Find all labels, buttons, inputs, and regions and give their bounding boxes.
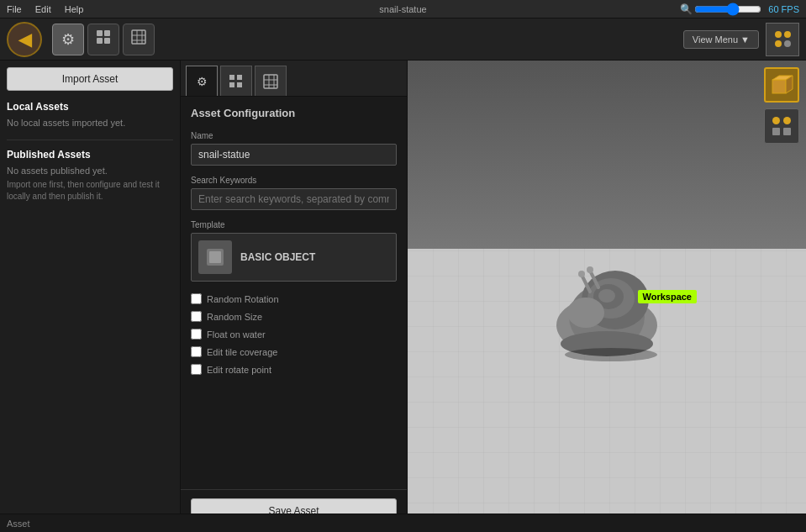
- workspace[interactable]: Workspace: [408, 61, 806, 532]
- config-tabs: ⚙: [181, 61, 407, 97]
- search-bar: 🔍: [680, 3, 761, 15]
- template-menu[interactable]: BASIC OBJECT: [191, 233, 397, 282]
- svg-rect-12: [237, 82, 242, 87]
- view-menu-button[interactable]: View Menu ▼: [683, 30, 759, 49]
- name-input[interactable]: [191, 144, 397, 166]
- config-panel: ⚙ Asset Configuratio: [181, 61, 408, 532]
- template-icon: [198, 240, 232, 274]
- import-asset-button[interactable]: Import Asset: [7, 67, 173, 91]
- checkbox-3[interactable]: [191, 346, 202, 357]
- svg-rect-2: [97, 38, 103, 44]
- svg-rect-13: [264, 75, 277, 88]
- workspace-bg: [408, 61, 806, 249]
- collider-tab[interactable]: [123, 24, 155, 55]
- view-cube[interactable]: [764, 67, 799, 103]
- checkbox-row-4: Edit rotate point: [191, 364, 397, 375]
- checkbox-label-1: Random Size: [207, 312, 262, 322]
- checkboxes-section: Random RotationRandom SizeFloat on water…: [191, 293, 397, 375]
- keywords-label: Search Keywords: [191, 176, 397, 185]
- help-menu[interactable]: Help: [65, 4, 84, 14]
- name-label: Name: [191, 131, 397, 140]
- published-assets-title: Published Assets: [7, 149, 173, 161]
- svg-point-31: [587, 266, 593, 273]
- back-icon: ◀: [18, 29, 31, 50]
- local-assets-title: Local Assets: [7, 101, 173, 113]
- collider-icon: [130, 29, 147, 50]
- svg-rect-19: [209, 251, 221, 263]
- file-menu[interactable]: File: [7, 4, 22, 14]
- template-section: Template BASIC OBJECT: [191, 220, 397, 282]
- fps-display: 60 FPS: [768, 4, 799, 14]
- config-tab-category[interactable]: [220, 66, 252, 96]
- config-panel-title: Asset Configuration: [191, 107, 397, 119]
- svg-rect-1: [104, 30, 110, 36]
- svg-rect-3: [104, 38, 110, 44]
- bottom-bar: Asset: [0, 514, 806, 532]
- toolbar: ◀ ⚙ View Menu ▼: [0, 18, 806, 61]
- svg-rect-11: [229, 82, 234, 87]
- svg-point-34: [565, 348, 657, 361]
- exit-button[interactable]: ◀: [7, 22, 42, 57]
- svg-point-32: [567, 298, 604, 328]
- svg-point-30: [578, 271, 585, 277]
- keywords-input[interactable]: [191, 188, 397, 210]
- checkbox-row-0: Random Rotation: [191, 293, 397, 304]
- template-name: BASIC OBJECT: [240, 251, 315, 263]
- asset-list-panel: Import Asset Local Assets No local asset…: [0, 61, 181, 532]
- config-icon: ⚙: [61, 30, 75, 49]
- search-slider[interactable]: [694, 5, 761, 13]
- 3d-object-snail: [540, 250, 674, 367]
- svg-rect-0: [97, 30, 103, 36]
- checkbox-1[interactable]: [191, 311, 202, 322]
- edit-menu[interactable]: Edit: [35, 4, 51, 14]
- checkbox-row-3: Edit tile coverage: [191, 346, 397, 357]
- config-tab-settings[interactable]: ⚙: [186, 66, 218, 96]
- svg-rect-35: [772, 80, 786, 93]
- section-divider: [7, 140, 173, 140]
- checkbox-label-3: Edit tile coverage: [207, 347, 277, 357]
- configuration-tab[interactable]: ⚙: [52, 24, 84, 55]
- published-assets-empty: No assets published yet.: [7, 166, 173, 176]
- main-layout: Import Asset Local Assets No local asset…: [0, 61, 806, 532]
- config-content: Asset Configuration Name Search Keywords…: [181, 97, 407, 489]
- checkbox-row-2: Float on water: [191, 329, 397, 340]
- checkbox-2[interactable]: [191, 329, 202, 340]
- svg-rect-9: [229, 75, 234, 80]
- orthogonal-view-icon[interactable]: [764, 108, 799, 144]
- svg-rect-4: [132, 30, 145, 44]
- checkbox-label-0: Random Rotation: [207, 294, 279, 304]
- svg-point-27: [598, 289, 615, 303]
- search-icon: 🔍: [680, 3, 693, 15]
- checkbox-label-4: Edit rotate point: [207, 365, 271, 375]
- local-assets-empty: No local assets imported yet.: [7, 118, 173, 128]
- published-assets-hint: Import one first, then configure and tes…: [7, 179, 173, 203]
- checkbox-4[interactable]: [191, 364, 202, 375]
- category-icon: [95, 29, 112, 50]
- category-tab[interactable]: [87, 24, 119, 55]
- checkbox-row-1: Random Size: [191, 311, 397, 322]
- template-label: Template: [191, 220, 397, 229]
- checkbox-label-2: Float on water: [207, 329, 266, 340]
- bottom-asset-label: Asset: [7, 519, 30, 529]
- menu-bar: File Edit Help snail-statue 🔍 60 FPS: [0, 0, 806, 18]
- svg-rect-10: [237, 75, 242, 80]
- config-tab-collider[interactable]: [255, 66, 287, 96]
- checkbox-0[interactable]: [191, 293, 202, 304]
- orthogonal-view-button[interactable]: [766, 23, 799, 56]
- window-title: snail-statue: [379, 4, 426, 14]
